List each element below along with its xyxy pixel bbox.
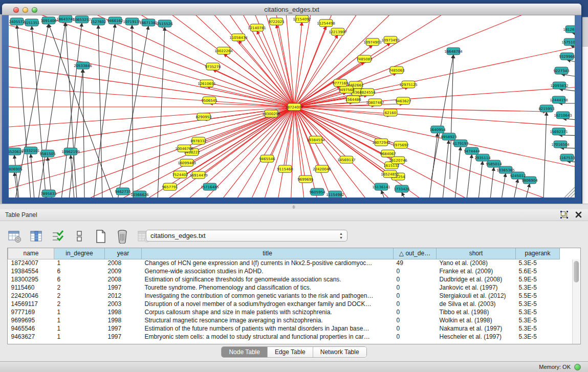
column-header-year[interactable]: year: [105, 248, 142, 259]
node-9474444[interactable]: 9474444: [464, 147, 480, 155]
node-3091406[interactable]: 3091406: [40, 17, 57, 24]
selected-node-10974903[interactable]: 10974903: [363, 38, 382, 46]
network-window-titlebar[interactable]: citations_edges.txt: [2, 4, 581, 15]
node-18643748[interactable]: 18643748: [56, 15, 75, 23]
node-9151351[interactable]: 9151351: [24, 19, 39, 26]
tab-network-table[interactable]: Network Table: [313, 347, 366, 357]
node-9806905[interactable]: 9806905: [9, 165, 23, 172]
citation-network-graph[interactable]: 1167533170165041569237116210643821595312…: [9, 15, 575, 198]
selected-node-3824554[interactable]: 3824554: [359, 89, 376, 96]
selected-node-16524851[interactable]: 16524851: [381, 170, 399, 178]
node-10653257[interactable]: 10653257: [73, 16, 91, 23]
table-chooser-dropdown[interactable]: citations_edges.txt ▲▼: [146, 230, 347, 242]
tab-node-table[interactable]: Node Table: [222, 347, 268, 357]
selected-node-16914479[interactable]: 16914479: [189, 171, 208, 179]
row-height-icon[interactable]: [72, 229, 87, 244]
node-9462735[interactable]: 9462735: [115, 188, 130, 195]
node-1527602[interactable]: 1527602: [90, 18, 106, 25]
selected-node-12140781[interactable]: 12140781: [248, 24, 266, 31]
table-row[interactable]: 1872400712008Changes of HCN gene express…: [8, 259, 560, 267]
node-15716485[interactable]: 15716485: [201, 183, 219, 190]
column-header-in_degree[interactable]: in_degree: [54, 248, 105, 259]
node-2935114[interactable]: 2935114: [474, 154, 491, 161]
delete-column-icon[interactable]: [115, 229, 130, 244]
table-row[interactable]: 946554611997Estimation of the future num…: [8, 324, 560, 333]
select-rows-icon[interactable]: [50, 229, 66, 244]
close-panel-icon[interactable]: [575, 211, 582, 218]
node-16210643[interactable]: 16210643: [554, 112, 572, 119]
selected-node-18724007[interactable]: 18724007: [285, 103, 303, 111]
table-row[interactable]: 1456911722003Disruption of a novel membe…: [8, 300, 560, 308]
node-18126744[interactable]: 18126744: [563, 26, 575, 33]
selected-node-16099469[interactable]: 16099469: [178, 159, 196, 166]
selected-node-9115460[interactable]: 9115460: [277, 165, 293, 172]
selected-node-9506545[interactable]: 9506545: [201, 97, 217, 104]
selected-node-18300295[interactable]: 18300295: [262, 110, 280, 117]
node-9245012[interactable]: 9245012: [510, 172, 526, 179]
selected-node-9463627[interactable]: 9463627: [395, 97, 411, 104]
selected-node-12975125[interactable]: 12975125: [399, 81, 418, 88]
selected-node-10046766[interactable]: 10046766: [175, 145, 193, 152]
table-settings-icon[interactable]: [7, 229, 23, 244]
table-vertical-scrollbar[interactable]: [572, 259, 580, 344]
node-1167533[interactable]: 1167533: [559, 154, 575, 161]
selected-node-9465546[interactable]: 9465546: [259, 155, 275, 162]
column-header-name[interactable]: name: [8, 248, 54, 259]
node-15136141[interactable]: 15136141: [372, 183, 390, 190]
table-row[interactable]: 1938455462009Genome-wide association stu…: [8, 267, 560, 275]
node-17016504[interactable]: 17016504: [551, 141, 570, 148]
selected-node-12610651[interactable]: 12610651: [198, 80, 216, 87]
selected-node-7524402[interactable]: 7524402: [172, 171, 188, 178]
column-header-title[interactable]: title: [142, 248, 394, 259]
selected-node-18072943[interactable]: 18072943: [372, 139, 390, 146]
node-16648784[interactable]: 16648784: [444, 48, 463, 55]
node-9581505[interactable]: 9581505: [39, 150, 55, 157]
table-row[interactable]: 911546021997Tourette syndrome. Phenomeno…: [8, 283, 560, 292]
scrollbar-thumb[interactable]: [574, 261, 579, 282]
selected-node-9497568[interactable]: 9497568: [338, 86, 354, 93]
node-9227343[interactable]: 9227343: [553, 67, 569, 74]
selected-node-10973493[interactable]: 10973493: [381, 36, 400, 43]
column-header-out_de[interactable]: △ out_de…: [394, 248, 437, 259]
node-8958923[interactable]: 8958923: [441, 133, 456, 140]
selected-node-62160[interactable]: 62160: [384, 109, 397, 116]
node-6179197[interactable]: 6179197: [452, 140, 468, 147]
selected-node-9684067[interactable]: 9684067: [380, 150, 396, 157]
selected-node-9735278[interactable]: 9735278: [205, 63, 221, 70]
column-header-short[interactable]: short: [437, 248, 516, 259]
selected-node-11254498[interactable]: 11254498: [317, 19, 335, 27]
node-9466162[interactable]: 9466162: [107, 17, 123, 24]
node-1733426[interactable]: 1733426: [394, 185, 410, 192]
show-columns-icon[interactable]: [29, 229, 44, 244]
selected-node-9722025[interactable]: 9722025: [268, 18, 284, 25]
selected-node-14569117[interactable]: 14569117: [337, 156, 356, 163]
node-10962199[interactable]: 10962199: [61, 148, 80, 155]
panel-splitter[interactable]: [0, 204, 588, 209]
node-15751074[interactable]: 15751074: [561, 38, 575, 46]
selected-node-1564486[interactable]: 1564486: [345, 96, 361, 103]
node-9329966[interactable]: 9329966: [559, 53, 575, 60]
selected-node-7485063[interactable]: 7485063: [388, 67, 404, 74]
table-row[interactable]: 977716911998Corpus callosum shape and si…: [8, 308, 560, 316]
selected-node-11058474[interactable]: 11058474: [229, 34, 248, 41]
canvas-resize-grip[interactable]: [564, 187, 575, 198]
node-7895833[interactable]: 7895833: [40, 190, 56, 197]
node-2405572[interactable]: 2405572: [9, 18, 25, 25]
node-1640954[interactable]: 1640954: [429, 126, 446, 133]
selected-node-9657791[interactable]: 9657791: [162, 183, 178, 190]
selected-node-10807467[interactable]: 10807467: [366, 99, 384, 106]
tab-edge-table[interactable]: Edge Table: [268, 347, 313, 357]
selected-node-10022264[interactable]: 10022264: [214, 47, 233, 54]
table-row[interactable]: 2242004622012Investigating the contribut…: [8, 292, 560, 300]
selected-node-9777169[interactable]: 9777169: [332, 79, 348, 86]
selected-node-22420046[interactable]: 22420046: [313, 165, 331, 172]
table-row[interactable]: 969969511998Structural magnetic resonanc…: [8, 316, 560, 324]
selected-node-8290953[interactable]: 8290953: [195, 113, 211, 120]
selected-node-12154092[interactable]: 12154092: [293, 15, 311, 23]
node-12444158[interactable]: 12444158: [550, 96, 568, 103]
selected-node-12213907[interactable]: 12213907: [329, 28, 347, 35]
table-row[interactable]: 946362711997Embryonic stem cells: a mode…: [8, 333, 560, 341]
node-10366626[interactable]: 10366626: [130, 191, 149, 198]
selected-node-7485083[interactable]: 7485083: [356, 55, 372, 62]
create-column-icon[interactable]: [93, 229, 108, 244]
